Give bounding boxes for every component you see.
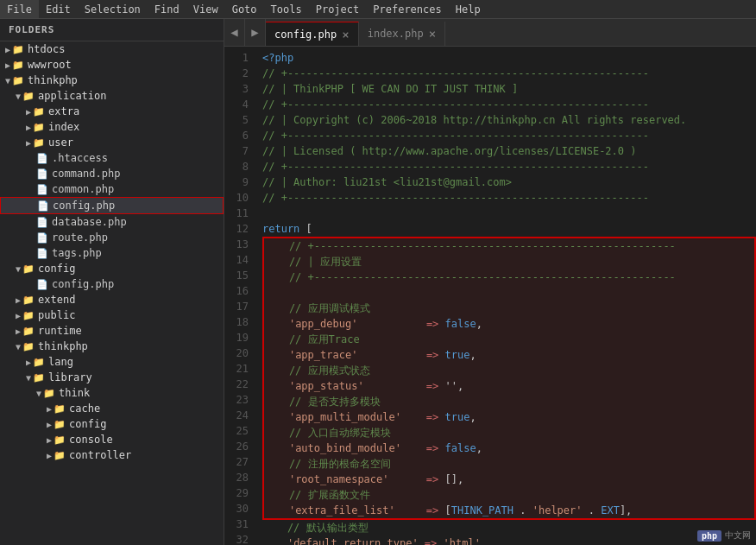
line-number: 19 xyxy=(224,330,255,345)
tab-nav-prev[interactable]: ◀ xyxy=(224,19,245,46)
tree-item-controller[interactable]: ▶📁controller xyxy=(0,447,224,463)
tree-item-config3[interactable]: ▶📁config xyxy=(0,416,224,432)
tree-item-route.php[interactable]: 📄route.php xyxy=(0,230,224,245)
code-editor[interactable]: 1234567891011121314151617181920212223242… xyxy=(224,47,756,545)
tree-item-label: tags.php xyxy=(52,247,102,259)
chevron-icon: ▶ xyxy=(5,45,10,54)
tree-item-config2.php[interactable]: 📄config.php xyxy=(0,276,224,292)
tree-item-database.php[interactable]: 📄database.php xyxy=(0,214,224,230)
folder-icon: 📁 xyxy=(12,75,24,86)
code-line: <?php xyxy=(262,50,756,66)
tree-item-library[interactable]: ▼📁library xyxy=(0,370,224,385)
file-icon: 📄 xyxy=(36,217,48,228)
tree-item-thinkphp[interactable]: ▼📁thinkphp xyxy=(0,73,224,88)
tree-item-command.php[interactable]: 📄command.php xyxy=(0,166,224,181)
tab-config.php[interactable]: config.php× xyxy=(266,22,359,46)
folder-icon: 📁 xyxy=(33,372,45,383)
php-badge: php xyxy=(697,530,721,542)
tree-item-label: lang xyxy=(48,356,73,368)
menu-preferences[interactable]: Preferences xyxy=(366,0,448,18)
menu-goto[interactable]: Goto xyxy=(225,0,264,18)
line-number: 11 xyxy=(224,206,255,221)
menu-project[interactable]: Project xyxy=(309,0,367,18)
code-line: 'app_multi_module' => true, xyxy=(262,409,756,425)
code-line: // +------------------------------------… xyxy=(262,66,756,81)
chevron-icon: ▶ xyxy=(47,420,52,429)
tree-item-label: wwwroot xyxy=(28,59,72,71)
line-number: 7 xyxy=(224,143,255,159)
line-number: 10 xyxy=(224,190,255,206)
file-icon: 📄 xyxy=(36,184,48,195)
sidebar-header: FOLDERS xyxy=(0,19,224,41)
tree-item-label: config.php xyxy=(53,200,115,212)
menu-selection[interactable]: Selection xyxy=(78,0,148,18)
tree-item-tags.php[interactable]: 📄tags.php xyxy=(0,245,224,261)
tab-close-button[interactable]: × xyxy=(342,29,349,41)
menu-tools[interactable]: Tools xyxy=(264,0,309,18)
folder-icon: 📁 xyxy=(33,357,45,368)
tree-item-console[interactable]: ▶📁console xyxy=(0,432,224,447)
tree-item-label: thinkphp xyxy=(28,74,78,86)
tree-item-config.php[interactable]: 📄config.php xyxy=(0,197,224,214)
tree-item-label: library xyxy=(48,371,92,383)
code-line: 'app_debug' => false, xyxy=(262,316,756,332)
tree-item-label: .htaccess xyxy=(52,152,108,164)
tree-item-label: runtime xyxy=(38,325,82,337)
menu-help[interactable]: Help xyxy=(449,0,488,18)
tab-index.php[interactable]: index.php× xyxy=(359,22,445,46)
tree-item-common.php[interactable]: 📄common.php xyxy=(0,181,224,197)
menu-find[interactable]: Find xyxy=(148,0,186,18)
tree-item-think[interactable]: ▼📁think xyxy=(0,385,224,401)
chevron-icon: ▶ xyxy=(26,358,31,367)
chevron-icon: ▶ xyxy=(47,404,52,414)
chevron-icon: ▼ xyxy=(36,389,41,398)
code-line: 'default_return_type' => 'html', xyxy=(262,535,756,545)
chevron-icon: ▼ xyxy=(16,92,21,101)
tab-nav-next[interactable]: ▶ xyxy=(245,19,266,46)
tree-item-runtime[interactable]: ▶📁runtime xyxy=(0,323,224,339)
folder-icon: 📁 xyxy=(54,403,66,415)
folder-icon: 📁 xyxy=(22,326,35,337)
tree-item-thinkphp2[interactable]: ▼📁thinkphp xyxy=(0,339,224,354)
line-number: 23 xyxy=(224,392,255,408)
tab-close-button[interactable]: × xyxy=(429,28,436,40)
tree-item-label: think xyxy=(59,387,90,399)
zh-badge: 中文网 xyxy=(725,529,751,542)
folder-icon: 📁 xyxy=(22,341,35,352)
tree-item-htdocs[interactable]: ▶📁htdocs xyxy=(0,41,224,57)
code-line xyxy=(262,285,756,301)
tree-item-wwwroot[interactable]: ▶📁wwwroot xyxy=(0,57,224,73)
tree-item-user[interactable]: ▶📁user xyxy=(0,135,224,150)
tree-item-index[interactable]: ▶📁index xyxy=(0,119,224,135)
file-icon: 📄 xyxy=(36,279,48,290)
tree-item-label: database.php xyxy=(52,216,127,228)
tree-item-htaccess[interactable]: 📄.htaccess xyxy=(0,150,224,166)
line-number: 3 xyxy=(224,81,255,97)
tree-item-extend[interactable]: ▶📁extend xyxy=(0,292,224,307)
code-line xyxy=(262,206,756,221)
tree-item-extra[interactable]: ▶📁extra xyxy=(0,104,224,119)
tree-item-lang[interactable]: ▶📁lang xyxy=(0,354,224,370)
file-icon: 📄 xyxy=(37,200,49,212)
tree-item-config[interactable]: ▼📁config xyxy=(0,261,224,276)
folder-icon: 📁 xyxy=(12,44,24,55)
code-line: // 应用模式状态 xyxy=(262,363,756,378)
code-line: // 注册的根命名空间 xyxy=(262,456,756,472)
code-line: 'app_trace' => true, xyxy=(262,347,756,363)
tree-item-label: command.php xyxy=(52,168,120,180)
folder-icon: 📁 xyxy=(12,60,24,71)
tree-item-application[interactable]: ▼📁application xyxy=(0,88,224,104)
code-line: // | Copyright (c) 2006~2018 http://thin… xyxy=(262,112,756,128)
tab-label: config.php xyxy=(274,29,337,41)
chevron-icon: ▶ xyxy=(26,138,31,148)
line-number: 32 xyxy=(224,532,255,545)
tree-item-label: public xyxy=(38,309,75,321)
tree-item-cache[interactable]: ▶📁cache xyxy=(0,401,224,416)
tree-item-public[interactable]: ▶📁public xyxy=(0,307,224,323)
code-content[interactable]: <?php// +-------------------------------… xyxy=(255,47,756,545)
menu-edit[interactable]: Edit xyxy=(39,0,78,18)
menu-file[interactable]: File xyxy=(0,0,39,18)
line-numbers: 1234567891011121314151617181920212223242… xyxy=(224,47,255,545)
chevron-icon: ▶ xyxy=(16,295,21,305)
menu-view[interactable]: View xyxy=(186,0,225,18)
